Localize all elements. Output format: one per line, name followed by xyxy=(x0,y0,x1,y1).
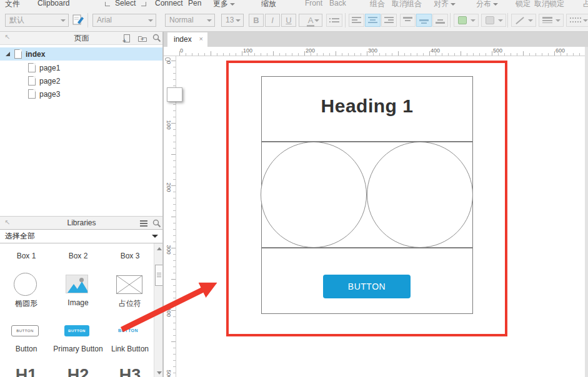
align-left-button[interactable] xyxy=(349,14,364,27)
hamburger-menu-icon[interactable] xyxy=(140,220,147,228)
library-item-button-label[interactable]: Button xyxy=(0,345,52,353)
menu-group[interactable]: 组合 xyxy=(370,0,385,9)
library-thumb-placeholder[interactable] xyxy=(116,275,142,294)
toolbar-separator xyxy=(345,13,346,27)
canvas-tab-bar: index × xyxy=(164,31,588,47)
shadow-swatch xyxy=(486,16,494,24)
ruler-origin-icon xyxy=(165,57,171,61)
font-family-dropdown[interactable]: Arial xyxy=(92,14,156,27)
sitemap-node-page3[interactable]: page3 xyxy=(0,87,163,100)
menu-lock[interactable]: 锁定 xyxy=(516,0,531,9)
library-thumb-h1[interactable]: H1 xyxy=(0,366,52,377)
align-center-button[interactable] xyxy=(365,14,381,27)
font-size-dropdown[interactable]: 13 xyxy=(221,14,244,27)
chevron-down-icon xyxy=(207,19,212,22)
library-item-primary-button-label[interactable]: Primary Button xyxy=(52,345,104,353)
menu-zoom[interactable]: 缩放 xyxy=(261,0,276,9)
menu-select[interactable]: Select xyxy=(115,0,136,7)
tree-expand-caret[interactable] xyxy=(6,52,10,56)
panel-splitter[interactable] xyxy=(162,31,164,377)
annotation-rectangle xyxy=(226,61,507,336)
line-width-button[interactable] xyxy=(539,14,564,27)
line-color-button[interactable] xyxy=(511,14,536,27)
library-item-box1-label[interactable]: Box 1 xyxy=(0,252,52,260)
fill-color-button[interactable] xyxy=(454,14,479,27)
library-item-image-label[interactable]: Image xyxy=(52,298,104,307)
menu-file[interactable]: 文件 xyxy=(5,0,20,9)
add-page-icon[interactable]: + xyxy=(122,34,132,43)
library-thumb-ellipse[interactable] xyxy=(14,273,37,296)
library-filter-dropdown[interactable]: 选择全部 xyxy=(0,229,163,243)
select-contained-icon[interactable] xyxy=(105,2,110,6)
style-preset-dropdown[interactable]: 默认 xyxy=(5,14,69,27)
pencil-icon xyxy=(516,17,524,24)
menu-clipped-item[interactable]: 占 xyxy=(583,0,588,9)
scroll-up-icon[interactable] xyxy=(157,247,162,250)
library-thumb-image[interactable] xyxy=(66,275,88,293)
valign-top-button[interactable] xyxy=(400,14,416,27)
tab-index[interactable]: index × xyxy=(167,32,207,47)
menu-clipboard[interactable]: Clipboard xyxy=(37,0,69,7)
vertical-ruler: 0 100 200 300 400 500 xyxy=(164,56,176,377)
menu-connect[interactable]: Connect xyxy=(155,0,183,7)
menu-back[interactable]: Back xyxy=(329,0,346,7)
edit-style-icon[interactable] xyxy=(72,14,85,26)
library-thumb-h3[interactable]: H3 xyxy=(104,366,156,377)
select-intersected-icon[interactable] xyxy=(141,2,146,6)
format-toolbar: 默认 Arial Normal 13 B I U A xyxy=(0,9,588,32)
search-icon[interactable] xyxy=(152,34,161,42)
library-item-ellipse-label[interactable]: 椭圆形 xyxy=(0,298,52,309)
sitemap-node-page1[interactable]: page1 xyxy=(0,61,163,74)
library-item-box2-label[interactable]: Box 2 xyxy=(52,252,104,260)
library-scrollbar[interactable] xyxy=(154,243,163,377)
horizontal-ruler: 0 100 200 300 400 500 600 xyxy=(176,47,588,56)
sitemap-node-index[interactable]: index xyxy=(0,47,163,61)
menu-bar: 文件 Clipboard Select Connect Pen 更多 缩放 Fr… xyxy=(0,0,588,9)
line-style-button[interactable] xyxy=(566,14,588,27)
menu-unlock[interactable]: 取消锁定 xyxy=(534,0,564,9)
library-thumb-primary-button[interactable]: BUTTON xyxy=(64,325,89,336)
valign-bottom-button[interactable] xyxy=(432,14,448,27)
menu-align[interactable]: 对齐 xyxy=(434,0,456,9)
menu-ungroup[interactable]: 取消组合 xyxy=(392,0,422,9)
chevron-down-icon xyxy=(314,19,319,22)
page-icon xyxy=(28,76,36,86)
axure-app-window: 文件 Clipboard Select Connect Pen 更多 缩放 Fr… xyxy=(0,0,588,377)
sitemap-node-page2[interactable]: page2 xyxy=(0,74,163,87)
chevron-down-icon xyxy=(451,3,456,6)
library-thumb-button[interactable]: BUTTON xyxy=(11,325,39,336)
menu-distribute[interactable]: 分布 xyxy=(476,0,498,9)
menu-more[interactable]: 更多 xyxy=(213,0,235,9)
scroll-down-icon[interactable] xyxy=(157,371,162,375)
library-item-placeholder-label[interactable]: 占位符 xyxy=(104,298,156,309)
search-icon[interactable] xyxy=(152,219,161,228)
library-thumb-link-button[interactable]: BUTTON xyxy=(118,328,138,333)
shadow-button[interactable] xyxy=(481,14,506,27)
font-color-button[interactable]: A xyxy=(299,14,322,27)
add-folder-icon[interactable]: + xyxy=(137,34,147,43)
bold-button[interactable]: B xyxy=(249,14,264,27)
library-thumb-h2[interactable]: H2 xyxy=(52,366,104,377)
align-right-button[interactable] xyxy=(381,14,397,27)
canvas-scrollbar[interactable] xyxy=(585,47,588,377)
menu-front[interactable]: Front xyxy=(305,0,322,7)
underline-button[interactable]: U xyxy=(281,14,296,27)
italic-button[interactable]: I xyxy=(265,14,280,27)
toolbar-separator xyxy=(450,13,451,27)
tab-close-icon[interactable]: × xyxy=(199,35,203,42)
libraries-panel-header: ↖ Libraries xyxy=(0,216,163,230)
bullet-list-button[interactable] xyxy=(326,14,342,27)
library-item-box3-label[interactable]: Box 3 xyxy=(104,252,156,260)
floating-widget-square[interactable] xyxy=(167,87,182,102)
pages-panel-header: ↖ 页面 + + xyxy=(0,31,163,45)
chevron-down-icon xyxy=(498,19,503,22)
chevron-down-icon xyxy=(230,3,235,6)
font-weight-dropdown[interactable]: Normal xyxy=(165,14,215,27)
libraries-panel-title: Libraries xyxy=(0,218,163,227)
menu-pen[interactable]: Pen xyxy=(188,0,201,7)
ruler-corner xyxy=(164,47,176,56)
image-sun-icon xyxy=(79,278,84,282)
valign-middle-button[interactable] xyxy=(416,14,432,27)
left-panel: ↖ 页面 + + index page1 xyxy=(0,31,163,377)
library-item-link-button-label[interactable]: Link Button xyxy=(104,345,156,353)
